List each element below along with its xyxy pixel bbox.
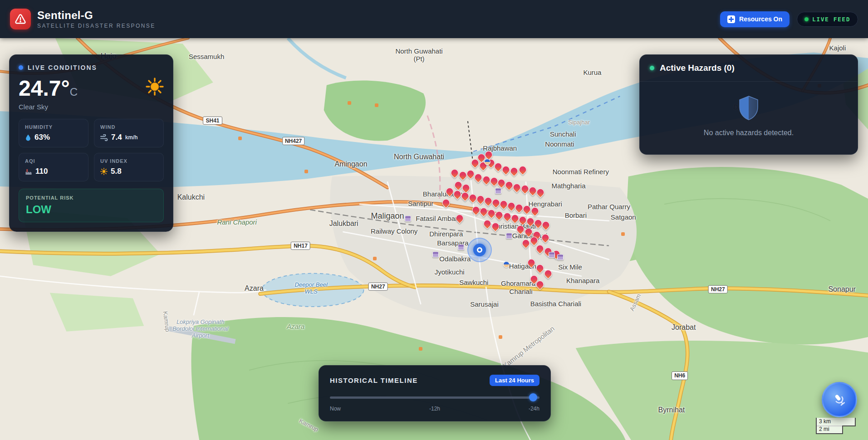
brand: Sentinel-G SATELLITE DISASTER RESPONSE — [10, 9, 156, 29]
map-marker-medical-pin[interactable] — [498, 179, 505, 187]
map-marker-medical-pin[interactable] — [488, 210, 495, 217]
map-marker-medical-pin[interactable] — [485, 151, 493, 158]
map-marker-medical-pin[interactable] — [483, 176, 490, 183]
map-marker-medical-pin[interactable] — [451, 169, 458, 177]
map-marker-medical-pin[interactable] — [516, 225, 524, 233]
page-title: Sentinel-G — [37, 9, 156, 22]
map-marker-medical-pin[interactable] — [461, 192, 469, 200]
app-root: HajoSessamukhNorth Guwahati (Pt)KuruaKaj… — [0, 0, 868, 440]
voice-assistant-button[interactable] — [822, 382, 857, 417]
live-feed-badge: LIVE FEED — [797, 12, 858, 27]
map-marker-medical-pin[interactable] — [472, 206, 480, 214]
map-marker-medical-pin[interactable] — [467, 170, 475, 178]
map-marker-medical-pin[interactable] — [495, 163, 502, 171]
map-marker-building[interactable] — [405, 215, 411, 221]
map-marker-medical-pin[interactable] — [530, 236, 538, 244]
timeline-range-badge[interactable]: Last 24 Hours — [490, 375, 539, 386]
map-marker-medical-pin[interactable] — [515, 204, 523, 211]
map-marker-medical-pin[interactable] — [534, 220, 542, 227]
map-marker-medical-pin[interactable] — [495, 211, 503, 219]
map-marker-medical-pin[interactable] — [485, 197, 492, 205]
map-marker-police[interactable] — [484, 159, 490, 165]
map-marker-medical-pin[interactable] — [544, 270, 552, 278]
map-label: North Guwahati (Pt) — [393, 47, 446, 63]
map-marker-medical-pin[interactable] — [503, 213, 511, 220]
map-marker-medical-pin[interactable] — [528, 259, 535, 266]
map-label: Assam — [628, 293, 642, 312]
map-marker-medical-pin[interactable] — [492, 199, 500, 206]
map-label: Satgaon — [611, 214, 636, 221]
map-marker-medical-pin[interactable] — [523, 205, 531, 213]
timeline-slider-thumb[interactable] — [529, 393, 537, 401]
map-marker-medical-pin[interactable] — [491, 223, 499, 230]
timeline-label-24h: -24h — [529, 406, 539, 412]
map-marker-medical-pin[interactable] — [500, 200, 508, 208]
map-marker-medical-pin[interactable] — [469, 194, 476, 201]
map-marker-medical-pin[interactable] — [519, 166, 526, 173]
map-center-pulse-marker[interactable] — [467, 238, 492, 262]
hazards-empty-text: No active hazards detected. — [704, 129, 794, 137]
map-marker-building[interactable] — [458, 244, 464, 250]
road-ref-badge: NH6 — [672, 372, 688, 380]
map-marker-medical-pin[interactable] — [541, 234, 549, 241]
map-marker-medical-pin[interactable] — [462, 184, 470, 192]
map-marker-medical-pin[interactable] — [455, 181, 462, 189]
map-label: Basistha Chariali — [530, 300, 582, 308]
map-label: Chariali — [510, 288, 533, 295]
map-marker-medical-pin[interactable] — [502, 166, 510, 173]
timeline-title: HISTORICAL TIMELINE — [330, 376, 418, 384]
map-marker-medical-pin[interactable] — [536, 281, 544, 288]
road-ref-badge: SH41 — [203, 117, 222, 125]
map-label: Sipajhar — [568, 119, 590, 126]
map-marker-medical-pin[interactable] — [456, 215, 463, 222]
map-label: Kamrup Metropolitan — [501, 324, 556, 369]
map-marker-medical-pin[interactable] — [471, 159, 479, 167]
map-marker-building[interactable] — [506, 233, 512, 239]
map-marker-medical-pin[interactable] — [525, 228, 533, 236]
droplet-icon — [25, 134, 31, 142]
map-marker-medical-pin[interactable] — [453, 191, 461, 198]
map-label: Noonmati — [545, 141, 574, 148]
map-marker-medical-pin[interactable] — [529, 187, 536, 195]
map-marker-medical-pin[interactable] — [536, 264, 544, 272]
timeline-slider-track[interactable] — [330, 396, 539, 399]
map-marker-building[interactable] — [432, 252, 439, 258]
map-marker-medical-pin[interactable] — [522, 240, 530, 247]
map-label: Kalukchi — [177, 193, 205, 201]
timeline-label-now: Now — [330, 406, 341, 412]
map-marker-medical-pin[interactable] — [542, 221, 549, 229]
map-marker-medical-pin[interactable] — [510, 167, 518, 175]
map-marker-medical-pin[interactable] — [536, 188, 544, 196]
map-marker-medical-pin[interactable] — [442, 199, 450, 206]
map-marker-medical-pin[interactable] — [483, 220, 491, 228]
map-marker-medical-pin[interactable] — [476, 196, 484, 203]
map-label: Pathar Quarry — [588, 203, 630, 211]
map-label: Sunchali — [550, 131, 576, 138]
timeline-slider[interactable] — [330, 393, 539, 401]
map-marker-building[interactable] — [495, 188, 501, 194]
map-marker-medical-pin[interactable] — [526, 218, 534, 225]
map-label: Maligaon — [371, 211, 404, 220]
resources-toggle-button[interactable]: Resources On — [720, 11, 790, 27]
map-marker-building[interactable] — [557, 254, 564, 260]
map-label: Kajoli — [829, 44, 846, 52]
map-marker-medical-pin[interactable] — [521, 185, 529, 193]
map-marker-medical-pin[interactable] — [459, 171, 466, 179]
map-marker-medical-pin[interactable] — [519, 216, 526, 224]
map-marker-medical-pin[interactable] — [513, 183, 521, 191]
map-label: Noonmati Refinery — [553, 168, 609, 176]
map-marker-medical-pin[interactable] — [480, 208, 488, 215]
map-marker-medical-pin[interactable] — [446, 188, 453, 196]
map-marker-medical-pin[interactable] — [536, 245, 544, 253]
hazards-title: Active Hazards (0) — [660, 63, 735, 73]
stat-uv: UV INDEX 5.8 — [94, 153, 164, 181]
map-marker-police[interactable] — [503, 261, 510, 268]
map-marker-medical-pin[interactable] — [511, 215, 519, 222]
map-poi-dot — [238, 137, 242, 140]
map-marker-medical-pin[interactable] — [505, 181, 513, 189]
map-marker-medical-pin[interactable] — [508, 202, 515, 210]
map-marker-building[interactable] — [549, 252, 555, 258]
map-marker-medical-pin[interactable] — [475, 173, 482, 181]
map-label: Kamrup — [162, 311, 171, 332]
map-marker-medical-pin[interactable] — [531, 207, 539, 215]
